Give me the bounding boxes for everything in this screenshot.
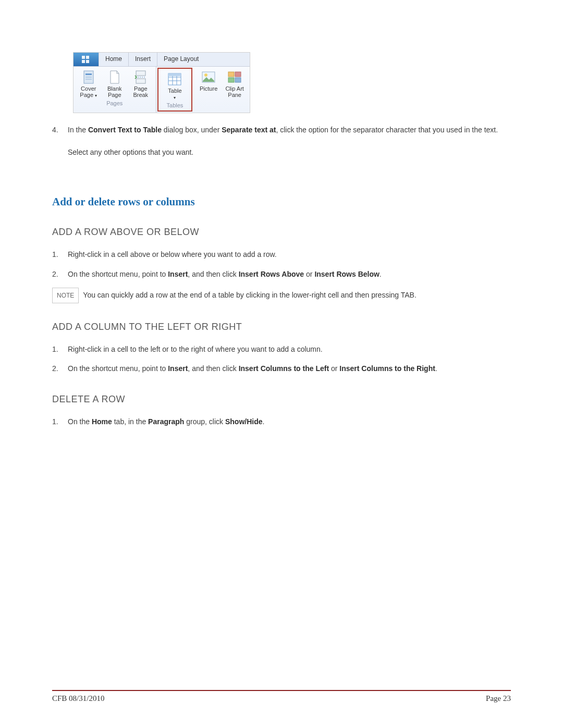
ribbon-figure: Home Insert Page Layout Cover Page ▾ <box>73 52 250 113</box>
sectionC-step1: 1. On the Home tab, in the Paragraph gro… <box>52 415 511 428</box>
note-badge: NOTE <box>52 288 79 303</box>
svg-rect-15 <box>168 73 181 76</box>
sectionA-note: NOTEYou can quickly add a row at the end… <box>52 287 511 303</box>
tab-home: Home <box>99 53 129 66</box>
svg-rect-18 <box>228 72 234 77</box>
clipart-icon <box>227 70 242 84</box>
step-4-number: 4. <box>52 124 68 137</box>
blank-page-icon <box>107 70 123 84</box>
subheading-add-row: ADD A ROW ABOVE OR BELOW <box>52 227 511 238</box>
svg-rect-20 <box>228 78 234 82</box>
svg-rect-21 <box>235 78 241 82</box>
svg-rect-6 <box>85 77 92 78</box>
pages-group-label: Pages <box>76 100 154 106</box>
office-button-icon <box>74 53 99 66</box>
step-4: 4. In the Convert Text to Table dialog b… <box>52 124 511 137</box>
svg-point-17 <box>204 73 207 77</box>
footer-left: CFB 08/31/2010 <box>52 694 104 703</box>
cover-page-icon <box>81 70 96 84</box>
sectionA-step1: 1. Right-click in a cell above or below … <box>52 248 511 261</box>
page-break-icon <box>133 70 149 84</box>
table-icon <box>167 72 182 87</box>
svg-rect-8 <box>136 71 145 76</box>
tab-insert: Insert <box>129 53 157 66</box>
subheading-add-column: ADD A COLUMN TO THE LEFT OR RIGHT <box>52 322 511 332</box>
table-label: Table▾ <box>168 88 181 101</box>
tab-page-layout: Page Layout <box>157 53 205 66</box>
svg-rect-5 <box>85 73 92 75</box>
sectionB-step1: 1. Right-click in a cell to the left or … <box>52 343 511 356</box>
heading-add-delete: Add or delete rows or columns <box>52 195 511 208</box>
svg-rect-2 <box>82 60 85 63</box>
picture-icon <box>201 70 216 84</box>
page-footer: CFB 08/31/2010 Page 23 <box>52 690 511 703</box>
clipart-label: Clip Art Pane <box>223 85 246 98</box>
blank-page-label: Blank Page <box>103 85 126 98</box>
picture-label: Picture <box>200 85 217 92</box>
svg-rect-3 <box>86 60 89 63</box>
step-4-followup: Select any other options that you want. <box>68 146 511 159</box>
svg-rect-0 <box>82 56 85 59</box>
svg-rect-7 <box>85 79 92 80</box>
page-break-label: Page Break <box>129 85 152 98</box>
svg-rect-9 <box>136 79 145 83</box>
sectionA-step2: 2. On the shortcut menu, point to Insert… <box>52 268 511 281</box>
subheading-delete-row: DELETE A ROW <box>52 394 511 405</box>
svg-rect-19 <box>235 72 241 77</box>
svg-rect-1 <box>86 56 89 59</box>
tables-group-label: Tables <box>161 102 190 108</box>
footer-right: Page 23 <box>486 694 511 703</box>
sectionB-step2: 2. On the shortcut menu, point to Insert… <box>52 362 511 375</box>
cover-page-label: Cover Page ▾ <box>77 85 100 99</box>
